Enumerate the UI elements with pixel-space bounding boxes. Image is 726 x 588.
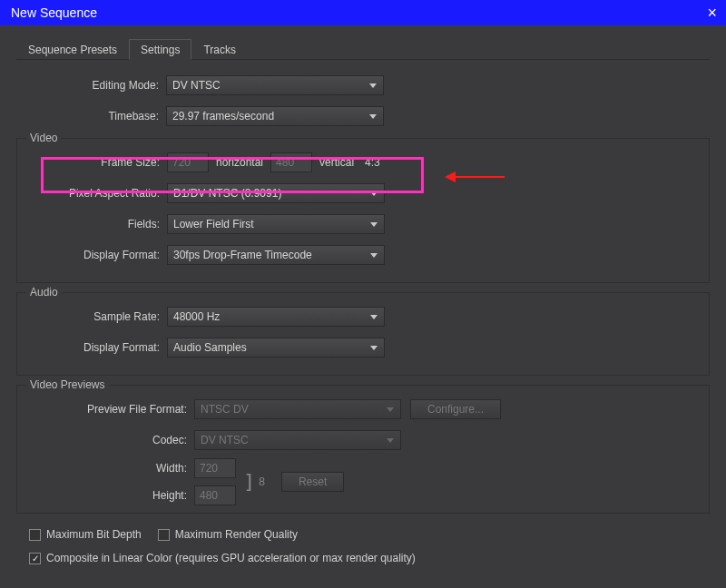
timebase-select[interactable]: 29.97 frames/second xyxy=(166,106,384,126)
video-display-format-value: 30fps Drop-Frame Timecode xyxy=(173,249,312,261)
frame-size-label: Frame Size: xyxy=(17,156,167,169)
checkbox-icon xyxy=(158,529,170,541)
link-dimensions-icon[interactable]: 8 xyxy=(259,475,265,488)
audio-display-format-label: Display Format: xyxy=(17,341,167,354)
sample-rate-value: 48000 Hz xyxy=(173,310,220,323)
video-group: Video Frame Size: 720 horizontal 480 ver… xyxy=(16,138,710,283)
video-group-title: Video xyxy=(26,132,61,144)
chevron-down-icon xyxy=(384,403,397,416)
frame-width-input[interactable]: 720 xyxy=(167,152,209,172)
max-bit-depth-label: Maximum Bit Depth xyxy=(46,528,142,541)
chevron-down-icon xyxy=(368,187,380,200)
chevron-down-icon xyxy=(368,310,380,323)
timebase-label: Timebase: xyxy=(16,110,166,122)
fields-label: Fields: xyxy=(17,218,167,230)
codec-label: Codec: xyxy=(17,434,194,446)
chevron-down-icon xyxy=(368,249,380,261)
checkbox-icon xyxy=(29,529,41,541)
close-icon[interactable]: × xyxy=(707,5,717,21)
composite-linear-checkbox[interactable]: ✓ Composite in Linear Color (requires GP… xyxy=(29,552,416,564)
preview-height-input: 480 xyxy=(194,485,236,505)
chevron-down-icon xyxy=(384,434,397,446)
fields-select[interactable]: Lower Field First xyxy=(167,214,385,234)
preview-file-format-value: NTSC DV xyxy=(201,403,249,416)
chevron-down-icon xyxy=(367,79,379,92)
composite-linear-label: Composite in Linear Color (requires GPU … xyxy=(46,552,416,564)
preview-height-label: Height: xyxy=(58,489,194,502)
par-value: D1/DV NTSC (0.9091) xyxy=(173,187,281,200)
frame-height-input[interactable]: 480 xyxy=(270,152,312,172)
video-previews-title: Video Previews xyxy=(26,378,109,391)
video-display-format-select[interactable]: 30fps Drop-Frame Timecode xyxy=(167,245,385,265)
sample-rate-label: Sample Rate: xyxy=(17,310,167,323)
editing-mode-label: Editing Mode: xyxy=(16,79,166,92)
tab-settings[interactable]: Settings xyxy=(129,39,191,60)
editing-mode-value: DV NTSC xyxy=(172,79,221,92)
chevron-down-icon xyxy=(368,218,380,230)
sample-rate-select[interactable]: 48000 Hz xyxy=(167,307,385,327)
timebase-value: 29.97 frames/second xyxy=(172,110,274,122)
preview-width-input: 720 xyxy=(194,458,236,478)
configure-button: Configure... xyxy=(410,399,501,419)
max-bit-depth-checkbox[interactable]: Maximum Bit Depth xyxy=(29,528,142,541)
video-display-format-label: Display Format: xyxy=(17,249,167,261)
fields-value: Lower Field First xyxy=(173,218,254,230)
aspect-ratio: 4:3 xyxy=(361,156,388,169)
audio-group-title: Audio xyxy=(26,286,62,299)
chevron-down-icon xyxy=(367,110,379,122)
link-bracket-icon: ] xyxy=(243,473,255,491)
audio-group: Audio Sample Rate: 48000 Hz Display Form… xyxy=(16,292,710,376)
preview-width-label: Width: xyxy=(58,462,194,475)
audio-display-format-select[interactable]: Audio Samples xyxy=(167,338,385,358)
preview-file-format-select: NTSC DV xyxy=(194,399,401,419)
editing-mode-select[interactable]: DV NTSC xyxy=(166,75,384,95)
preview-file-format-label: Preview File Format: xyxy=(17,403,194,416)
reset-button: Reset xyxy=(281,472,344,492)
par-select[interactable]: D1/DV NTSC (0.9091) xyxy=(167,183,385,203)
codec-select: DV NTSC xyxy=(194,430,401,450)
par-label: Pixel Aspect Ratio: xyxy=(17,187,167,200)
window-title: New Sequence xyxy=(11,5,97,20)
titlebar: New Sequence × xyxy=(0,0,726,25)
chevron-down-icon xyxy=(368,341,380,354)
checkbox-icon: ✓ xyxy=(29,553,41,564)
tab-tracks[interactable]: Tracks xyxy=(191,39,248,60)
horizontal-label: horizontal xyxy=(209,156,270,169)
max-render-quality-checkbox[interactable]: Maximum Render Quality xyxy=(158,528,298,541)
vertical-label: vertical xyxy=(312,156,361,169)
tabs: Sequence Presets Settings Tracks xyxy=(16,38,710,60)
audio-display-format-value: Audio Samples xyxy=(173,341,247,354)
codec-value: DV NTSC xyxy=(201,434,249,446)
video-previews-group: Video Previews Preview File Format: NTSC… xyxy=(16,385,710,514)
tab-sequence-presets[interactable]: Sequence Presets xyxy=(16,39,129,60)
max-render-quality-label: Maximum Render Quality xyxy=(175,528,298,541)
